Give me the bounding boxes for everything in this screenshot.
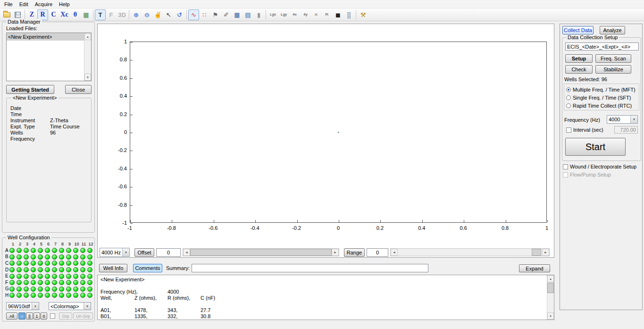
offset-scrollbar-thumb[interactable] — [190, 249, 332, 256]
well-B02[interactable] — [17, 254, 22, 260]
scroll-right-icon[interactable]: ► — [332, 249, 339, 256]
well-G02[interactable] — [17, 287, 22, 292]
well-G10[interactable] — [73, 287, 78, 292]
one-select-button[interactable]: 1 — [33, 312, 40, 320]
well-A07[interactable] — [52, 248, 57, 253]
lin-x-axis-icon[interactable]: 4x — [289, 9, 300, 20]
well-D06[interactable] — [45, 267, 50, 272]
expand-button[interactable]: Expand — [519, 264, 550, 272]
mode-radio-rtc[interactable]: Rapid Time Collect (RTC) — [564, 101, 639, 110]
well-F03[interactable] — [24, 280, 29, 285]
lin-y-axis-icon[interactable]: 4y — [300, 9, 311, 20]
well-H09[interactable] — [66, 293, 71, 298]
well-F11[interactable] — [80, 280, 85, 285]
well-B08[interactable] — [59, 254, 64, 260]
well-G06[interactable] — [45, 287, 50, 292]
well-B05[interactable] — [38, 254, 43, 260]
plot-frequency-select[interactable]: 4000 Hz ▼ — [100, 248, 130, 257]
column-display-icon[interactable]: ▮ — [253, 9, 264, 20]
analyze-button[interactable]: Analyze — [600, 26, 625, 34]
range-button[interactable]: Range — [344, 248, 365, 257]
comments-button[interactable]: Comments — [133, 264, 162, 272]
reset-view-icon[interactable]: ↺ — [174, 9, 185, 20]
well-B04[interactable] — [31, 254, 36, 260]
well-A06[interactable] — [45, 248, 50, 253]
tile-plots-icon[interactable]: ⣿ — [343, 9, 354, 20]
mode-radio-mft[interactable]: Multiple Freq. / Time (MFT) — [564, 85, 639, 93]
select-all-wells-button[interactable]: All — [6, 312, 17, 320]
well-B06[interactable] — [45, 254, 50, 260]
plate-type-select[interactable]: 96W10idf ▼ — [6, 302, 39, 310]
well-H08[interactable] — [59, 293, 64, 298]
zoom-out-icon[interactable]: ⊖ — [142, 9, 152, 20]
well-H11[interactable] — [80, 293, 85, 298]
well-H10[interactable] — [73, 293, 78, 298]
well-G12[interactable] — [87, 287, 92, 292]
well-F07[interactable] — [52, 280, 57, 285]
well-E01[interactable] — [9, 274, 15, 279]
menu-acquire[interactable]: Acquire — [32, 0, 56, 8]
well-C09[interactable] — [66, 261, 71, 266]
well-H03[interactable] — [24, 293, 29, 298]
well-A05[interactable] — [38, 248, 43, 253]
scroll-right-icon[interactable]: ► — [542, 249, 549, 256]
well-E10[interactable] — [73, 274, 78, 279]
zero-select-button[interactable]: 0 — [41, 312, 47, 320]
scroll-down-icon[interactable]: ▼ — [84, 74, 91, 81]
offset-button[interactable]: Offset — [134, 248, 154, 257]
well-E06[interactable] — [45, 274, 50, 279]
menu-file[interactable]: File — [1, 0, 16, 8]
well-G11[interactable] — [80, 287, 85, 292]
equal-select-button[interactable]: = — [18, 312, 25, 320]
well-C06[interactable] — [45, 261, 50, 266]
well-B10[interactable] — [73, 254, 78, 260]
well-A01[interactable] — [9, 248, 15, 253]
well-array-icon[interactable]: ▦ — [81, 9, 92, 20]
well-B12[interactable] — [87, 254, 92, 260]
well-B07[interactable] — [52, 254, 57, 260]
scroll-left-icon[interactable]: ◄ — [391, 249, 398, 256]
wound-electroporate-checkbox[interactable] — [563, 164, 568, 169]
well-D03[interactable] — [24, 267, 29, 272]
wound-electroporate-checkbox-row[interactable]: Wound / Electroporate Setup — [563, 164, 636, 169]
scroll-left-icon[interactable]: ◄ — [183, 249, 190, 256]
range-input[interactable]: 0 — [367, 248, 388, 257]
well-D08[interactable] — [59, 267, 64, 272]
well-H07[interactable] — [52, 293, 57, 298]
pipes-select-button[interactable]: || — [26, 312, 33, 320]
scatter-plot-icon[interactable]: ∷ — [199, 9, 210, 20]
well-H04[interactable] — [31, 293, 36, 298]
well-C07[interactable] — [52, 261, 57, 266]
summary-input[interactable] — [192, 264, 428, 272]
loaded-file-item[interactable]: <New Experiment> — [7, 33, 84, 41]
well-H12[interactable] — [87, 293, 92, 298]
data-cursor-icon[interactable]: ↖ — [163, 9, 174, 20]
well-F08[interactable] — [59, 280, 64, 285]
offset-input[interactable]: 0 — [156, 248, 181, 257]
well-A11[interactable] — [80, 248, 85, 253]
well-F09[interactable] — [66, 280, 71, 285]
log-y-axis-icon[interactable]: Lgy — [278, 9, 289, 20]
capacitance-c-button[interactable]: C — [48, 9, 59, 20]
well-E04[interactable] — [31, 274, 36, 279]
setup-button[interactable]: Setup — [565, 54, 593, 63]
well-G08[interactable] — [59, 287, 64, 292]
well-G01[interactable] — [9, 287, 15, 292]
well-D10[interactable] — [73, 267, 78, 272]
check-button[interactable]: Check — [565, 65, 593, 74]
well-F01[interactable] — [9, 280, 15, 285]
pan-hand-icon[interactable]: ✌ — [152, 9, 163, 20]
well-D02[interactable] — [17, 267, 22, 272]
normalize-icon[interactable]: n: — [311, 9, 322, 20]
well-E12[interactable] — [87, 274, 92, 279]
well-C01[interactable] — [9, 261, 15, 266]
well-A03[interactable] — [24, 248, 29, 253]
range-scrollbar-thumb[interactable] — [532, 249, 541, 256]
loaded-files-scrollbar[interactable]: ▲ ▼ — [84, 33, 91, 81]
well-A02[interactable] — [17, 248, 22, 253]
well-B03[interactable] — [24, 254, 29, 260]
frequency-select[interactable]: 4000 ▼ — [607, 115, 638, 124]
well-A08[interactable] — [59, 248, 64, 253]
well-A10[interactable] — [73, 248, 78, 253]
well-D01[interactable] — [9, 267, 15, 272]
